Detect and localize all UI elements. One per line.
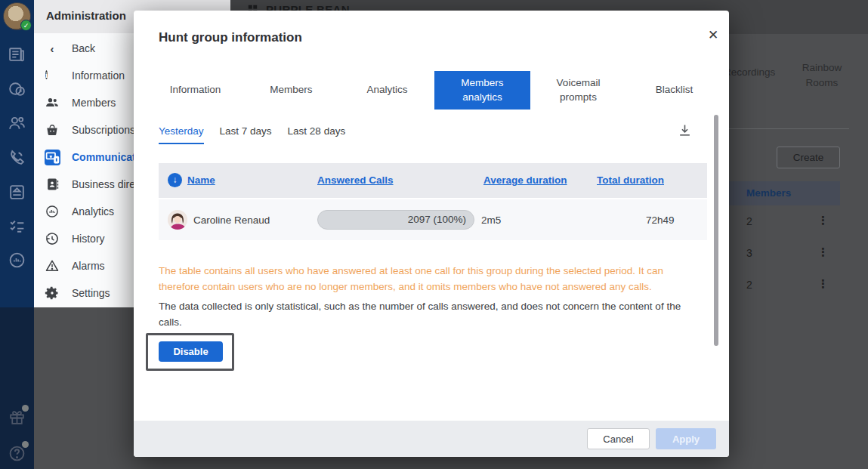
column-answered-calls[interactable]: Answered Calls (317, 174, 394, 186)
hunt-group-information-modal: Hunt group information ✕ Information Mem… (134, 11, 729, 457)
members-count: 2 (746, 279, 752, 291)
tab-blacklist[interactable]: Blacklist (626, 71, 722, 110)
gear-icon (45, 285, 60, 301)
phone-icon[interactable] (8, 148, 26, 167)
analytics-icon[interactable] (8, 251, 26, 270)
sidebar-item-label: Settings (72, 287, 110, 299)
kebab-menu-icon[interactable]: ⋮ (817, 277, 829, 291)
news-icon[interactable] (8, 45, 26, 63)
presence-check-icon: ✓ (20, 20, 32, 31)
sidebar-item-label: History (72, 233, 105, 245)
modal-footer: Cancel Apply (134, 421, 729, 457)
tab-analytics[interactable]: Analytics (339, 71, 435, 110)
cancel-button[interactable]: Cancel (587, 428, 650, 449)
period-last-28-days[interactable]: Last 28 days (288, 125, 346, 144)
scrollbar-thumb[interactable] (714, 115, 718, 346)
table-header-row: ↓ Name Answered Calls Average duration T… (159, 163, 707, 198)
column-average-duration[interactable]: Average duration (483, 174, 567, 186)
info-icon: i (45, 68, 60, 83)
tabs-divider (722, 128, 849, 129)
tab-rainbow-rooms[interactable]: Rainbow Rooms (794, 60, 850, 90)
alarm-triangle-icon (45, 258, 60, 273)
communications-icon (45, 150, 60, 165)
close-icon[interactable]: ✕ (705, 27, 721, 44)
download-icon[interactable] (678, 123, 692, 137)
sidebar-item-label: Analytics (72, 205, 114, 218)
members-column-header: Members (746, 187, 791, 199)
info-note: The data collected is only statistical, … (159, 299, 704, 331)
average-duration-value: 2m5 (481, 214, 501, 226)
avatar[interactable]: ✓ (3, 2, 31, 30)
sidebar-item-label: Members (72, 97, 116, 109)
tasks-checklist-icon[interactable] (8, 217, 26, 236)
column-total-duration[interactable]: Total duration (597, 174, 664, 186)
apply-button[interactable]: Apply (656, 428, 716, 449)
total-duration-value: 72h49 (646, 214, 675, 226)
directory-icon (45, 177, 60, 192)
sidebar-item-label: Subscriptions (72, 124, 135, 136)
overlay-dim (0, 307, 34, 469)
members-icon (45, 95, 60, 110)
column-name[interactable]: Name (187, 174, 215, 186)
sidebar-title: Administration (46, 9, 126, 22)
warning-note: The table contains all users who have an… (159, 264, 704, 295)
contacts-icon[interactable] (8, 113, 26, 132)
chevron-left-icon: ‹ (45, 42, 60, 55)
tab-information[interactable]: Information (147, 71, 243, 110)
members-analytics-table: ↓ Name Answered Calls Average duration T… (159, 163, 707, 240)
call-history-icon[interactable] (8, 79, 26, 98)
period-last-7-days[interactable]: Last 7 days (220, 125, 272, 144)
disable-button[interactable]: Disable (159, 341, 223, 362)
basket-icon (45, 122, 60, 137)
answered-calls-bar: 2097 (100%) (317, 210, 474, 230)
members-count: 2 (746, 215, 752, 227)
sidebar-item-label: Information (72, 69, 125, 82)
tab-voicemail-prompts[interactable]: Voicemail prompts (530, 71, 626, 110)
history-clock-icon (45, 231, 60, 246)
analytics-icon (45, 204, 60, 219)
period-filter: Yesterday Last 7 days Last 28 days (159, 125, 345, 144)
tab-recordings[interactable]: Recordings (724, 66, 775, 78)
voicemail-doc-icon[interactable] (8, 183, 26, 202)
tab-members[interactable]: Members (243, 71, 339, 110)
app-icon-rail: ✓ (0, 0, 34, 469)
tab-members-analytics[interactable]: Members analytics (434, 71, 530, 110)
sidebar-item-label: Back (72, 42, 95, 54)
sort-down-icon[interactable]: ↓ (168, 173, 182, 187)
period-yesterday[interactable]: Yesterday (159, 125, 204, 144)
kebab-menu-icon[interactable]: ⋮ (817, 214, 829, 227)
members-count: 3 (746, 247, 752, 259)
kebab-menu-icon[interactable]: ⋮ (817, 245, 829, 259)
modal-title: Hunt group information (159, 30, 302, 45)
table-row: Caroline Renaud 2097 (100%) 2m5 72h49 (159, 199, 707, 240)
member-name: Caroline Renaud (193, 214, 270, 226)
avatar (168, 210, 187, 230)
create-button[interactable]: Create (777, 147, 840, 168)
sidebar-item-label: Alarms (72, 260, 105, 272)
